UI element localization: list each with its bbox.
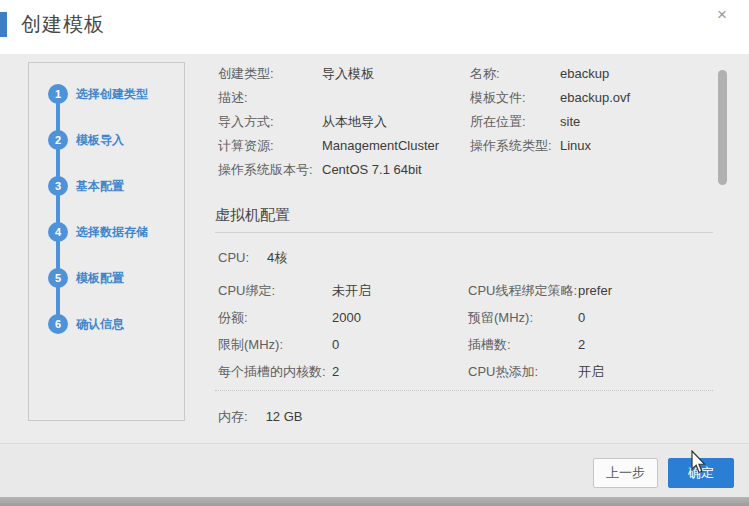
field-value: 2 — [332, 358, 468, 385]
field-label: 限制(MHz): — [218, 331, 332, 358]
field-label: CPU线程绑定策略: — [468, 277, 578, 304]
field-value: 2000 — [332, 304, 468, 331]
field-value: 开启 — [578, 358, 718, 385]
field-label: 预留(MHz): — [468, 304, 578, 331]
field-label: CPU: — [218, 250, 249, 265]
dialog-header: 创建模板 × — [0, 0, 749, 54]
dialog-body: 1 选择创建类型 2 模板导入 3 基本配置 4 选择数据存储 5 模板配置 6… — [0, 54, 749, 443]
confirmation-details: 创建类型: 导入模板 名称: ebackup 描述: 模板文件: ebackup… — [0, 54, 749, 443]
field-value: 2 — [578, 331, 718, 358]
section-divider — [215, 232, 713, 233]
title-accent-bar — [0, 12, 7, 37]
field-value: Linux — [560, 134, 713, 158]
summary-row: 导入方式: 从本地导入 所在位置: site — [218, 110, 713, 134]
field-value: 未开启 — [332, 277, 468, 304]
summary-row: 创建类型: 导入模板 名称: ebackup — [218, 62, 713, 86]
field-label: 导入方式: — [218, 110, 322, 134]
field-value: 4核 — [267, 250, 287, 265]
dotted-divider — [215, 390, 713, 391]
field-value: ebackup — [560, 62, 713, 86]
cpu-summary-row: CPU:4核 — [218, 246, 287, 270]
vm-config-grid: CPU绑定: 未开启 CPU线程绑定策略: prefer 份额: 2000 预留… — [218, 277, 718, 385]
vertical-scrollbar-thumb[interactable] — [718, 70, 727, 185]
dialog-footer: 上一步 确定 — [0, 443, 749, 497]
field-value: CentOS 7.1 64bit — [322, 158, 470, 182]
field-value: site — [560, 110, 713, 134]
field-label: 内存: — [218, 409, 248, 424]
memory-row-clipped: 内存:12 GB — [218, 402, 618, 426]
field-label: CPU热添加: — [468, 358, 578, 385]
field-value: 12 GB — [266, 409, 303, 424]
field-label: 插槽数: — [468, 331, 578, 358]
template-summary-grid: 创建类型: 导入模板 名称: ebackup 描述: 模板文件: ebackup… — [218, 62, 713, 182]
field-label: 操作系统类型: — [470, 134, 560, 158]
summary-row: 计算资源: ManagementCluster 操作系统类型: Linux — [218, 134, 713, 158]
previous-step-button[interactable]: 上一步 — [593, 458, 658, 488]
field-label: 名称: — [470, 62, 560, 86]
page-title: 创建模板 — [21, 11, 105, 38]
create-template-dialog: 创建模板 × 1 选择创建类型 2 模板导入 3 基本配置 4 选择数据存储 — [0, 0, 749, 506]
field-value: 0 — [578, 304, 718, 331]
vm-config-section-title: 虚拟机配置 — [215, 206, 290, 225]
field-value — [322, 86, 470, 110]
vm-config-row: 每个插槽的内核数: 2 CPU热添加: 开启 — [218, 358, 718, 385]
confirm-button[interactable]: 确定 — [668, 458, 734, 488]
field-value: prefer — [578, 277, 718, 304]
field-label: 份额: — [218, 304, 332, 331]
memory-summary-row: 内存:12 GB — [218, 402, 618, 426]
field-label: 创建类型: — [218, 62, 322, 86]
field-label: 模板文件: — [470, 86, 560, 110]
window-bottom-edge — [0, 497, 749, 506]
field-label: CPU绑定: — [218, 277, 332, 304]
field-value — [560, 158, 713, 182]
field-label: 计算资源: — [218, 134, 322, 158]
field-label: 操作系统版本号: — [218, 158, 322, 182]
summary-row: 描述: 模板文件: ebackup.ovf — [218, 86, 713, 110]
field-label: 所在位置: — [470, 110, 560, 134]
field-value: ManagementCluster — [322, 134, 470, 158]
close-icon[interactable]: × — [712, 5, 732, 25]
field-label — [470, 158, 560, 182]
field-value: 0 — [332, 331, 468, 358]
vm-config-row: CPU绑定: 未开启 CPU线程绑定策略: prefer — [218, 277, 718, 304]
field-value: 从本地导入 — [322, 110, 470, 134]
field-label: 每个插槽的内核数: — [218, 358, 332, 385]
summary-row: 操作系统版本号: CentOS 7.1 64bit — [218, 158, 713, 182]
vm-config-row: 份额: 2000 预留(MHz): 0 — [218, 304, 718, 331]
field-label: 描述: — [218, 86, 322, 110]
vm-config-row: 限制(MHz): 0 插槽数: 2 — [218, 331, 718, 358]
field-value: 导入模板 — [322, 62, 470, 86]
field-value: ebackup.ovf — [560, 86, 713, 110]
